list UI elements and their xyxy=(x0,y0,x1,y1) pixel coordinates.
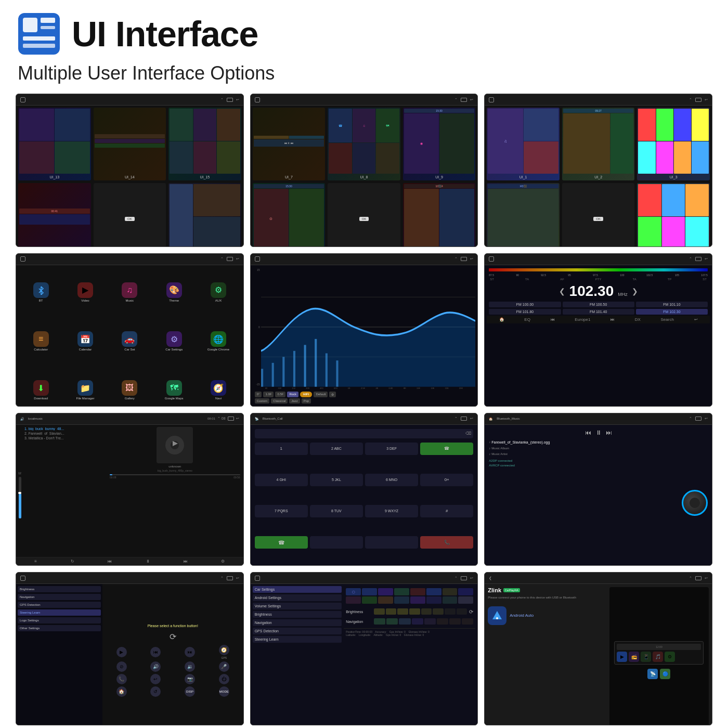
sg-cell-3[interactable] xyxy=(378,588,393,595)
mini-thumb-OK2[interactable]: OK xyxy=(328,183,400,247)
ctrl-playlist-icon[interactable]: ≡ xyxy=(34,559,37,564)
fm-preset-2[interactable]: FM 100.50 xyxy=(563,302,634,307)
refresh-icon[interactable]: ⟳ xyxy=(170,632,176,642)
app-aux[interactable]: ⚙ AUX xyxy=(198,269,239,315)
eq-btn-05f[interactable]: 0.5F xyxy=(275,392,285,397)
refresh-icon-br[interactable]: ⟳ xyxy=(469,609,473,615)
steer-btn-power[interactable]: ⏻ xyxy=(208,674,240,684)
dial-hash[interactable]: # xyxy=(420,505,473,517)
steer-btn-disp[interactable]: DISP xyxy=(174,686,206,697)
backspace-icon[interactable]: ⌫ xyxy=(465,431,471,436)
cs-item-volume[interactable]: Volume Settings xyxy=(253,603,342,609)
fm-search-btn[interactable]: Search xyxy=(661,317,674,322)
mini-thumb-UI14[interactable]: UI_14 xyxy=(94,108,166,180)
fm-preset-3[interactable]: FM 101.10 xyxy=(636,302,708,307)
fm-prev-station[interactable]: ⏮ xyxy=(551,317,555,322)
eq-btn-jazz[interactable]: Jazz xyxy=(289,398,300,404)
mini-thumb-OK1[interactable]: OK xyxy=(94,183,166,247)
sg-cell-11[interactable] xyxy=(378,596,393,604)
dial-2abc[interactable]: 2 ABC xyxy=(310,443,363,455)
dial-5jkl[interactable]: 5 JKL xyxy=(310,474,363,486)
eq-btn-1f[interactable]: 1.0F xyxy=(263,392,274,397)
app-carsettings[interactable]: ⚙ Car Settings xyxy=(153,318,194,364)
dial-8tuv[interactable]: 8 TUV xyxy=(310,505,363,517)
track-3[interactable]: 3. Metallica - Don't Tre... xyxy=(24,436,106,440)
steer-btn-volup[interactable]: 🔊 xyxy=(140,661,172,672)
app-bt[interactable]: BT xyxy=(20,269,61,315)
sidebar-gps[interactable]: GPS Detection xyxy=(18,602,101,608)
sg-cell-1[interactable]: ◯ xyxy=(346,588,361,595)
app-music[interactable]: ♫ Music xyxy=(109,269,150,315)
steer-btn-hangup[interactable]: ↩ xyxy=(140,674,172,684)
eq-btn-custom[interactable]: Custom xyxy=(255,398,270,404)
fm-next-station[interactable]: ⏭ xyxy=(610,317,615,322)
app-maps[interactable]: 🗺 Google Maps xyxy=(153,367,194,406)
sg-cell-4[interactable] xyxy=(394,588,409,595)
ctrl-next-icon[interactable]: ⏭ xyxy=(184,559,188,564)
mini-thumb-UI13[interactable]: UI_13 xyxy=(18,108,91,180)
mini-thumb-UI8[interactable]: ☎ ♫ 🗺 UI_8 xyxy=(328,108,400,180)
sidebar-other[interactable]: Other Settings xyxy=(18,625,101,631)
br-cell-4[interactable] xyxy=(409,608,420,615)
sidebar-brightness[interactable]: Brightness xyxy=(18,586,101,592)
app-download[interactable]: ⬇ Download xyxy=(20,367,61,406)
sg-cell-7[interactable] xyxy=(443,588,458,595)
ctrl-repeat-icon[interactable]: ↻ xyxy=(71,559,74,564)
dial-0plus[interactable]: 0+ xyxy=(420,474,473,486)
fm-preset-1[interactable]: FM 100.00 xyxy=(489,302,561,307)
app-chrome[interactable]: 🌐 Google Chrome xyxy=(198,318,239,364)
br-cell-6[interactable] xyxy=(433,608,444,615)
br-cell-8[interactable] xyxy=(457,608,467,615)
cs-item-gps[interactable]: GPS Detection xyxy=(253,628,342,634)
br-cell-7[interactable] xyxy=(445,608,456,615)
sg-cell-13[interactable] xyxy=(410,596,425,604)
bt-prev-btn[interactable]: ⏮ xyxy=(585,429,591,436)
steer-btn-back[interactable]: ↺ xyxy=(140,686,172,697)
steer-btn-play[interactable]: ▶ xyxy=(106,645,138,659)
dial-call-right[interactable]: ☎ xyxy=(420,443,473,455)
app-carset[interactable]: 🚗 Car Set xyxy=(109,318,150,364)
bt-pause-btn[interactable]: ⏸ xyxy=(595,429,602,436)
ctrl-prev-icon[interactable]: ⏮ xyxy=(108,559,112,564)
mini-thumb-UI1[interactable]: ♫ UI_1 xyxy=(487,108,560,180)
steer-btn-mode[interactable]: MODE xyxy=(208,686,240,697)
eq-btn-settings[interactable]: ⚙ xyxy=(329,392,336,397)
mini-thumb-UI4[interactable]: I43⬛ UI_4 xyxy=(487,183,560,247)
fm-dx-btn[interactable]: DX xyxy=(635,317,641,322)
mini-thumb-UI18[interactable]: UI_18 xyxy=(168,183,241,247)
fm-next-btn[interactable]: ❯ xyxy=(632,287,638,295)
sg-cell-10[interactable] xyxy=(362,596,377,604)
mini-thumb-UI7[interactable]: ⏮ ⏸ ⏭ UI_7 xyxy=(253,108,326,180)
sg-cell-12[interactable] xyxy=(394,596,409,604)
steer-btn-gps[interactable]: 🧭 GPS xyxy=(208,645,240,659)
dial-6mno[interactable]: 6 MNO xyxy=(365,474,418,486)
eq-btn-rock[interactable]: Rock xyxy=(287,392,298,397)
app-navi[interactable]: 🧭 Navi xyxy=(198,367,239,406)
dial-call-main[interactable]: ☎ xyxy=(255,536,308,549)
cs-item-android[interactable]: Android Settings xyxy=(253,594,342,601)
steer-btn-voldn[interactable]: 🔉 xyxy=(174,661,206,672)
dial-hangup[interactable]: 📞 xyxy=(420,536,473,549)
mini-thumb-UI12[interactable]: 10⬛4 UI_12 xyxy=(403,183,476,247)
ctrl-play-icon[interactable]: ⏸ xyxy=(146,559,150,564)
steer-btn-next[interactable]: ⏭ xyxy=(174,645,206,659)
ok-button-1[interactable]: OK xyxy=(125,217,135,221)
sidebar-logo[interactable]: Logo Settings xyxy=(18,617,101,623)
eq-btn-default[interactable]: Default xyxy=(314,392,328,397)
dial-4ghi[interactable]: 4 GHI xyxy=(255,474,308,486)
fm-preset-5[interactable]: FM 101.40 xyxy=(563,309,634,315)
eq-btn-pop[interactable]: Pop xyxy=(302,398,311,404)
steer-btn-mute[interactable]: ⊘ xyxy=(106,661,138,672)
steer-btn-call[interactable]: 📞 xyxy=(106,674,138,684)
fm-back-btn[interactable]: ↩ xyxy=(694,317,698,322)
cs-item-steering[interactable]: Steering Learn xyxy=(253,636,342,643)
sg-cell-5[interactable] xyxy=(410,588,425,595)
sg-cell-2[interactable] xyxy=(362,588,377,595)
steer-btn-prev[interactable]: ⏮ xyxy=(140,645,172,659)
br-cell-1[interactable] xyxy=(374,608,385,615)
mini-thumb-UI15[interactable]: UI_15 xyxy=(168,108,241,180)
mini-thumb-UI9[interactable]: 15:30 ◉ UI_9 xyxy=(403,108,476,180)
sg-cell-8[interactable] xyxy=(458,588,473,595)
sg-cell-6[interactable] xyxy=(426,588,441,595)
fm-preset-6[interactable]: FM 102.30 xyxy=(636,309,708,315)
